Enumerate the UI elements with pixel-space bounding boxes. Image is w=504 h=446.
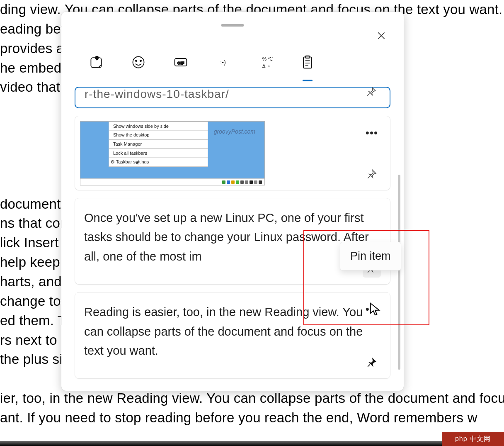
clipboard-item-1[interactable]: r-the-windows-10-taskbar/: [75, 87, 390, 108]
gif-icon: GIF: [173, 55, 188, 70]
tab-clipboard[interactable]: [298, 53, 317, 71]
pin-outline-icon: [366, 169, 377, 180]
tab-recent[interactable]: [87, 53, 105, 71]
kaomoji-icon: ;-): [216, 55, 230, 70]
symbols-icon: %℃Δ+: [258, 55, 273, 70]
pin-button[interactable]: [362, 87, 380, 101]
annotation-highlight-box: [303, 230, 429, 325]
svg-point-2: [136, 60, 137, 61]
svg-text:℃: ℃: [267, 56, 273, 61]
pin-button-pinned[interactable]: [363, 353, 381, 372]
mini-cursor-icon: [136, 161, 140, 165]
svg-text:Δ: Δ: [262, 63, 266, 68]
tab-gif[interactable]: GIF: [172, 53, 190, 71]
tab-symbols[interactable]: %℃Δ+: [256, 53, 274, 71]
drag-handle[interactable]: [221, 24, 244, 27]
tab-emoji[interactable]: [129, 53, 148, 71]
tab-kaomoji[interactable]: ;-): [214, 53, 232, 71]
svg-point-3: [140, 60, 141, 61]
mini-taskbar: [80, 178, 264, 185]
clipboard-item-2[interactable]: groovyPost.com Show windows side by side…: [75, 116, 390, 190]
smiley-icon: [131, 55, 146, 70]
pin-filled-icon: [366, 357, 377, 368]
ctx-item: ⚙ Taskbar settings: [109, 158, 208, 166]
ctx-item: Show the desktop: [109, 131, 208, 139]
ctx-item: Show windows side by side: [109, 122, 208, 131]
more-button[interactable]: •••: [363, 124, 381, 142]
ctx-item: Task Manager: [109, 140, 208, 149]
svg-text:GIF: GIF: [177, 61, 184, 65]
ctx-item: Lock all taskbars: [109, 149, 208, 158]
clip-text: r-the-windows-10-taskbar/: [75, 88, 390, 107]
tab-bar: GIF ;-) %℃Δ+: [61, 12, 404, 71]
svg-text:%: %: [262, 56, 267, 61]
site-watermark: php 中文网: [442, 432, 504, 446]
sticker-heart-icon: [89, 55, 104, 70]
close-icon: [376, 30, 387, 41]
svg-point-1: [133, 57, 144, 68]
context-menu-inside-thumb: Show windows side by side Show the deskt…: [109, 122, 208, 167]
bottom-dark-bar: [0, 441, 504, 446]
thumb-watermark: groovyPost.com: [214, 128, 255, 135]
image-thumbnail: groovyPost.com Show windows side by side…: [80, 121, 265, 185]
svg-rect-11: [303, 57, 312, 68]
pin-button[interactable]: [363, 165, 381, 183]
svg-text:;-): ;-): [220, 59, 226, 66]
close-button[interactable]: [374, 28, 389, 43]
mouse-cursor-icon: [369, 302, 381, 316]
svg-text:+: +: [267, 63, 270, 68]
emoji-clipboard-panel: GIF ;-) %℃Δ+ r-the-windows-10-taskbar/ g…: [61, 12, 404, 391]
clipboard-icon: [300, 55, 315, 70]
pin-outline-icon: [366, 87, 377, 97]
